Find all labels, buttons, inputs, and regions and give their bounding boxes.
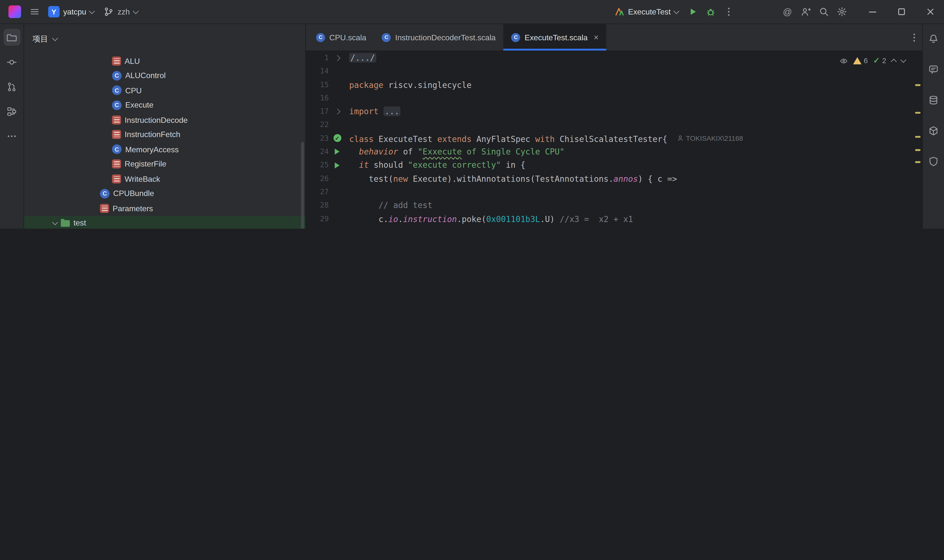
- tree-item-ALUControl[interactable]: CALUControl: [24, 68, 305, 83]
- tree-item-label: InstructionFetch: [125, 130, 180, 139]
- tree-item-test[interactable]: test: [24, 215, 305, 229]
- code-line-28[interactable]: 28 // add test: [306, 199, 922, 212]
- chevron-expanded-icon[interactable]: [52, 219, 58, 225]
- mentions-icon[interactable]: @: [779, 3, 796, 20]
- code-line-1[interactable]: 1/.../: [306, 51, 922, 65]
- tab-label: CPU.scala: [329, 33, 366, 42]
- project-widget[interactable]: Y yatcpu: [44, 3, 98, 20]
- test-passed-gutter-icon[interactable]: ✓: [333, 134, 341, 142]
- main-menu-icon[interactable]: [26, 3, 43, 20]
- tab-label: InstructionDecoderTest.scala: [395, 33, 496, 42]
- window-minimize-button[interactable]: [858, 0, 886, 24]
- scrollbar-warning-mark[interactable]: [915, 84, 921, 86]
- editor-tab-CPU.scala[interactable]: CCPU.scala: [308, 24, 374, 51]
- code-line-30[interactable]: 30 //c.io.immediate.poke(0.U): [306, 226, 922, 229]
- project-avatar: Y: [48, 6, 60, 17]
- code-line-15[interactable]: 15package riscv.singlecycle: [306, 78, 922, 91]
- code-line-17[interactable]: 17import ...: [306, 105, 922, 118]
- scrollbar-warning-mark[interactable]: [915, 149, 921, 151]
- tree-item-ALU[interactable]: ALU: [24, 54, 305, 68]
- ai-assistant-icon[interactable]: [925, 61, 942, 78]
- right-tool-strip: 0.2 ↑ K/s 0.1 ↓ K/s: [922, 24, 944, 229]
- scrollbar-warning-mark[interactable]: [915, 136, 921, 137]
- warnings-count[interactable]: 6: [853, 54, 868, 68]
- more-actions-icon[interactable]: [720, 3, 737, 20]
- passed-count[interactable]: ✓ 2: [873, 54, 886, 68]
- structure-tool-icon[interactable]: [3, 103, 20, 120]
- fold-chevron-icon[interactable]: [334, 55, 340, 61]
- previous-problem-icon[interactable]: [891, 58, 896, 65]
- tree-item-CPU[interactable]: CCPU: [24, 83, 305, 98]
- database-icon[interactable]: [925, 91, 942, 108]
- tree-item-label: CPUBundle: [113, 189, 154, 198]
- settings-gear-icon[interactable]: [833, 3, 850, 20]
- project-panel: 项目 ALUCALUControlCCPUCExecuteInstruction…: [24, 24, 306, 229]
- tree-item-InstructionDecode[interactable]: InstructionDecode: [24, 112, 305, 127]
- test-folder-icon: [61, 220, 70, 227]
- tree-item-label: InstructionDecode: [125, 115, 188, 125]
- search-everywhere-icon[interactable]: [815, 3, 832, 20]
- code-line-23[interactable]: 23✓class ExecuteTest extends AnyFlatSpec…: [306, 132, 922, 145]
- editor-tab-bar: CCPU.scalaCInstructionDecoderTest.scalaC…: [306, 24, 922, 51]
- tree-item-label: Parameters: [113, 204, 153, 213]
- run-configuration-icon: [614, 7, 625, 17]
- tree-item-CPUBundle[interactable]: CCPUBundle: [24, 186, 305, 201]
- project-tool-icon[interactable]: [3, 29, 20, 46]
- run-test-gutter-icon[interactable]: [335, 162, 340, 168]
- window-close-button[interactable]: [916, 0, 944, 24]
- tree-item-InstructionFetch[interactable]: InstructionFetch: [24, 127, 305, 142]
- code-line-24[interactable]: 24 behavior of "Exxecute of Single Cycle…: [306, 145, 922, 158]
- debug-button[interactable]: [702, 3, 719, 20]
- code-line-27[interactable]: 27: [306, 185, 922, 199]
- code-editor[interactable]: 1/.../1415package riscv.singlecycle1617i…: [306, 51, 922, 229]
- tree-item-WriteBack[interactable]: WriteBack: [24, 171, 305, 186]
- next-problem-icon[interactable]: [901, 57, 906, 63]
- code-line-14[interactable]: 14: [306, 65, 922, 78]
- tab-options-icon[interactable]: [905, 29, 922, 46]
- code-line-25[interactable]: 25 it should "execute correctly" in {: [306, 158, 922, 172]
- tab-close-icon[interactable]: ×: [594, 32, 598, 42]
- editor-tab-ExecuteTest.scala[interactable]: CExecuteTest.scala×: [503, 24, 606, 51]
- branch-name: zzh: [117, 7, 130, 16]
- editor-area: CCPU.scalaCInstructionDecoderTest.scalaC…: [306, 24, 922, 229]
- security-shield-icon[interactable]: [925, 153, 942, 170]
- tree-item-Execute[interactable]: CExecute: [24, 98, 305, 112]
- vcs-branch-widget[interactable]: zzh: [100, 3, 142, 20]
- branch-icon: [104, 7, 114, 17]
- tree-item-RegisterFile[interactable]: RegisterFile: [24, 157, 305, 171]
- tab-label: ExecuteTest.scala: [524, 33, 588, 42]
- project-name: yatcpu: [63, 7, 86, 16]
- scrollbar-warning-mark[interactable]: [915, 112, 921, 114]
- scrollbar-warning-mark[interactable]: [915, 161, 921, 163]
- editor-tab-InstructionDecoderTest.scala[interactable]: CInstructionDecoderTest.scala: [374, 24, 503, 51]
- project-panel-header[interactable]: 项目: [24, 24, 305, 54]
- tree-item-Parameters[interactable]: Parameters: [24, 201, 305, 215]
- more-tool-windows-icon[interactable]: [3, 128, 20, 145]
- pull-requests-icon[interactable]: [3, 78, 20, 95]
- tree-item-MemoryAccess[interactable]: CMemoryAccess: [24, 142, 305, 157]
- chevron-down-icon: [89, 8, 95, 14]
- scala-file-icon: [112, 115, 121, 125]
- notifications-bell-icon[interactable]: [925, 30, 942, 47]
- scala-file-icon: [112, 174, 121, 183]
- run-test-gutter-icon[interactable]: [335, 149, 340, 154]
- commit-tool-icon[interactable]: [3, 54, 20, 71]
- fold-chevron-icon[interactable]: [334, 109, 340, 114]
- dependencies-icon[interactable]: [925, 122, 942, 139]
- code-with-me-icon[interactable]: [797, 3, 814, 20]
- run-configuration-widget[interactable]: ExecuteTest: [610, 3, 683, 20]
- scala-file-icon: C: [382, 33, 391, 42]
- scala-file-icon: [112, 160, 121, 169]
- class-icon: C: [112, 100, 122, 110]
- chevron-down-icon: [133, 8, 139, 14]
- tree-item-label: CPU: [125, 86, 142, 95]
- run-button[interactable]: [684, 3, 701, 20]
- project-scrollbar[interactable]: [301, 142, 304, 229]
- inspections-widget[interactable]: 6 ✓ 2: [840, 54, 905, 68]
- window-maximize-button[interactable]: [887, 0, 915, 24]
- code-line-29[interactable]: 29 c.io.instruction.poke(0x001101b3L.U) …: [306, 212, 922, 226]
- code-line-22[interactable]: 22: [306, 118, 922, 132]
- class-icon: C: [112, 145, 122, 154]
- code-line-26[interactable]: 26 test(new Execute).withAnnotations(Tes…: [306, 172, 922, 185]
- code-line-16[interactable]: 16: [306, 91, 922, 105]
